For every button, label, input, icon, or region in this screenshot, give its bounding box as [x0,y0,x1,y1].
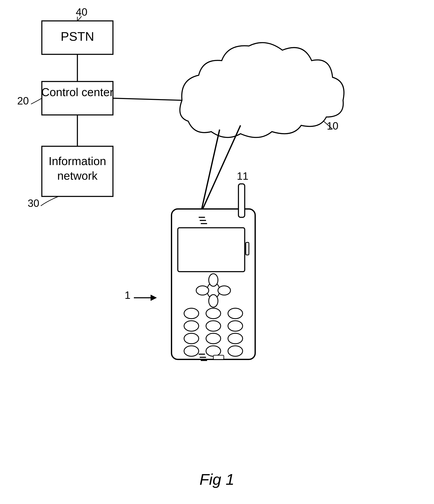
antenna-line-1 [201,125,240,213]
svg-point-9 [209,274,218,286]
svg-point-19 [184,333,199,344]
svg-point-22 [184,346,199,356]
svg-point-17 [206,321,221,331]
svg-point-16 [184,321,199,331]
ref-20: 20 [17,95,29,107]
svg-marker-30 [151,295,157,301]
mobile-phone [172,184,255,360]
svg-point-23 [206,346,221,356]
ref-1: 1 [125,289,130,301]
svg-point-12 [218,286,231,295]
svg-point-18 [228,321,243,331]
svg-point-20 [206,333,221,344]
cloud-internet [180,43,344,137]
antenna-line-2 [201,130,220,213]
ref-11: 11 [237,170,249,182]
svg-point-10 [209,295,218,307]
diagram-container: PSTN 40 Control center 20 Information ne… [0,0,434,504]
ref-40: 40 [76,6,87,18]
svg-point-24 [228,346,243,356]
svg-rect-2 [239,184,245,217]
control-center-label-1: Control center [41,86,113,99]
svg-rect-7 [246,242,249,255]
svg-point-21 [228,333,243,344]
info-network-label-1: Information [48,155,106,168]
svg-point-13 [184,308,199,319]
svg-point-15 [228,308,243,319]
svg-point-11 [196,286,209,295]
ref-30: 30 [28,198,39,209]
svg-rect-28 [213,355,224,360]
line-control-cloud [113,98,182,100]
ref-10: 10 [327,120,338,132]
figure-caption: Fig 1 [200,471,234,488]
svg-rect-6 [178,228,245,272]
pstn-label: PSTN [61,29,94,44]
svg-point-14 [206,308,221,319]
info-network-label-2: network [57,169,98,182]
